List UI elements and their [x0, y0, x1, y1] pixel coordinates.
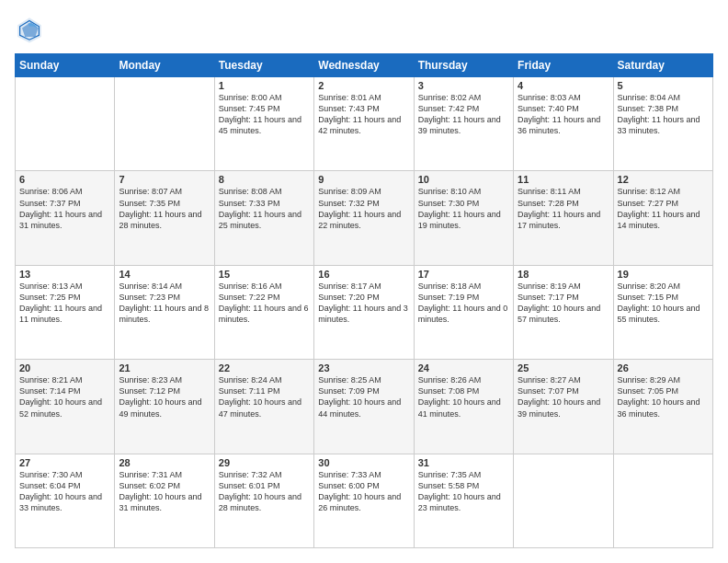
calendar-cell: 15Sunrise: 8:16 AM Sunset: 7:22 PM Dayli… — [214, 265, 313, 359]
header-row: SundayMondayTuesdayWednesdayThursdayFrid… — [16, 54, 713, 77]
day-info: Sunrise: 7:33 AM Sunset: 6:00 PM Dayligh… — [318, 469, 409, 514]
day-info: Sunrise: 8:17 AM Sunset: 7:20 PM Dayligh… — [318, 281, 409, 326]
day-info: Sunrise: 8:03 AM Sunset: 7:40 PM Dayligh… — [518, 92, 609, 137]
logo-icon — [15, 15, 44, 44]
day-number: 21 — [119, 362, 210, 373]
header-cell-saturday: Saturday — [613, 54, 712, 77]
day-number: 4 — [518, 80, 609, 91]
week-row-5: 27Sunrise: 7:30 AM Sunset: 6:04 PM Dayli… — [16, 454, 713, 547]
logo — [15, 15, 48, 44]
calendar-cell: 27Sunrise: 7:30 AM Sunset: 6:04 PM Dayli… — [16, 454, 115, 547]
day-info: Sunrise: 8:00 AM Sunset: 7:45 PM Dayligh… — [219, 92, 310, 137]
day-number: 24 — [418, 362, 509, 373]
calendar-cell: 19Sunrise: 8:20 AM Sunset: 7:15 PM Dayli… — [613, 265, 712, 359]
day-number: 29 — [219, 457, 310, 468]
day-info: Sunrise: 8:12 AM Sunset: 7:27 PM Dayligh… — [618, 186, 709, 231]
calendar-cell: 1Sunrise: 8:00 AM Sunset: 7:45 PM Daylig… — [214, 77, 313, 171]
header-cell-thursday: Thursday — [414, 54, 513, 77]
day-number: 20 — [19, 362, 110, 373]
calendar-cell: 6Sunrise: 8:06 AM Sunset: 7:37 PM Daylig… — [16, 171, 115, 265]
day-number: 30 — [318, 457, 409, 468]
day-info: Sunrise: 8:01 AM Sunset: 7:43 PM Dayligh… — [318, 92, 409, 137]
calendar-cell: 29Sunrise: 7:32 AM Sunset: 6:01 PM Dayli… — [214, 454, 313, 547]
calendar-cell: 26Sunrise: 8:29 AM Sunset: 7:05 PM Dayli… — [613, 360, 712, 454]
day-number: 1 — [219, 80, 310, 91]
day-info: Sunrise: 8:23 AM Sunset: 7:12 PM Dayligh… — [119, 374, 210, 419]
day-number: 2 — [318, 80, 409, 91]
day-number: 28 — [119, 457, 210, 468]
day-info: Sunrise: 8:10 AM Sunset: 7:30 PM Dayligh… — [418, 186, 509, 231]
day-number: 18 — [518, 269, 609, 280]
day-info: Sunrise: 8:13 AM Sunset: 7:25 PM Dayligh… — [19, 281, 110, 326]
day-info: Sunrise: 7:31 AM Sunset: 6:02 PM Dayligh… — [119, 469, 210, 514]
day-info: Sunrise: 8:11 AM Sunset: 7:28 PM Dayligh… — [518, 186, 609, 231]
calendar-cell: 22Sunrise: 8:24 AM Sunset: 7:11 PM Dayli… — [214, 360, 313, 454]
day-info: Sunrise: 8:26 AM Sunset: 7:08 PM Dayligh… — [418, 374, 509, 419]
calendar-cell: 4Sunrise: 8:03 AM Sunset: 7:40 PM Daylig… — [514, 77, 613, 171]
calendar-cell: 30Sunrise: 7:33 AM Sunset: 6:00 PM Dayli… — [314, 454, 414, 547]
day-number: 16 — [318, 269, 409, 280]
day-number: 9 — [318, 174, 409, 185]
calendar-cell: 21Sunrise: 8:23 AM Sunset: 7:12 PM Dayli… — [115, 360, 214, 454]
calendar-cell: 5Sunrise: 8:04 AM Sunset: 7:38 PM Daylig… — [613, 77, 712, 171]
week-row-2: 6Sunrise: 8:06 AM Sunset: 7:37 PM Daylig… — [16, 171, 713, 265]
day-number: 19 — [618, 269, 709, 280]
calendar-cell — [514, 454, 613, 547]
day-info: Sunrise: 8:19 AM Sunset: 7:17 PM Dayligh… — [518, 281, 609, 326]
day-info: Sunrise: 8:16 AM Sunset: 7:22 PM Dayligh… — [219, 281, 310, 326]
day-number: 23 — [318, 362, 409, 373]
day-info: Sunrise: 8:14 AM Sunset: 7:23 PM Dayligh… — [119, 281, 210, 326]
day-number: 31 — [418, 457, 509, 468]
week-row-1: 1Sunrise: 8:00 AM Sunset: 7:45 PM Daylig… — [16, 77, 713, 171]
day-info: Sunrise: 8:04 AM Sunset: 7:38 PM Dayligh… — [618, 92, 709, 137]
day-info: Sunrise: 8:21 AM Sunset: 7:14 PM Dayligh… — [19, 374, 110, 419]
calendar-cell — [16, 77, 115, 171]
calendar-cell: 8Sunrise: 8:08 AM Sunset: 7:33 PM Daylig… — [214, 171, 313, 265]
calendar-cell: 12Sunrise: 8:12 AM Sunset: 7:27 PM Dayli… — [613, 171, 712, 265]
day-info: Sunrise: 8:09 AM Sunset: 7:32 PM Dayligh… — [318, 186, 409, 231]
calendar-cell: 20Sunrise: 8:21 AM Sunset: 7:14 PM Dayli… — [16, 360, 115, 454]
header-cell-wednesday: Wednesday — [314, 54, 414, 77]
calendar-cell — [115, 77, 214, 171]
calendar-cell — [613, 454, 712, 547]
day-number: 7 — [119, 174, 210, 185]
calendar-cell: 9Sunrise: 8:09 AM Sunset: 7:32 PM Daylig… — [314, 171, 414, 265]
day-number: 14 — [119, 269, 210, 280]
day-info: Sunrise: 8:29 AM Sunset: 7:05 PM Dayligh… — [618, 374, 709, 419]
day-number: 17 — [418, 269, 509, 280]
calendar-cell: 13Sunrise: 8:13 AM Sunset: 7:25 PM Dayli… — [16, 265, 115, 359]
calendar-cell: 10Sunrise: 8:10 AM Sunset: 7:30 PM Dayli… — [414, 171, 513, 265]
day-number: 11 — [518, 174, 609, 185]
day-number: 15 — [219, 269, 310, 280]
calendar-cell: 2Sunrise: 8:01 AM Sunset: 7:43 PM Daylig… — [314, 77, 414, 171]
header — [15, 15, 713, 44]
day-info: Sunrise: 8:07 AM Sunset: 7:35 PM Dayligh… — [119, 186, 210, 231]
day-number: 25 — [518, 362, 609, 373]
day-info: Sunrise: 7:35 AM Sunset: 5:58 PM Dayligh… — [418, 469, 509, 514]
calendar-cell: 25Sunrise: 8:27 AM Sunset: 7:07 PM Dayli… — [514, 360, 613, 454]
calendar-cell: 31Sunrise: 7:35 AM Sunset: 5:58 PM Dayli… — [414, 454, 513, 547]
day-number: 5 — [618, 80, 709, 91]
day-number: 26 — [618, 362, 709, 373]
day-number: 10 — [418, 174, 509, 185]
day-number: 12 — [618, 174, 709, 185]
day-info: Sunrise: 8:02 AM Sunset: 7:42 PM Dayligh… — [418, 92, 509, 137]
header-cell-sunday: Sunday — [16, 54, 115, 77]
day-info: Sunrise: 8:20 AM Sunset: 7:15 PM Dayligh… — [618, 281, 709, 326]
day-info: Sunrise: 8:27 AM Sunset: 7:07 PM Dayligh… — [518, 374, 609, 419]
header-cell-monday: Monday — [115, 54, 214, 77]
week-row-4: 20Sunrise: 8:21 AM Sunset: 7:14 PM Dayli… — [16, 360, 713, 454]
day-info: Sunrise: 7:30 AM Sunset: 6:04 PM Dayligh… — [19, 469, 110, 514]
day-number: 3 — [418, 80, 509, 91]
day-info: Sunrise: 8:25 AM Sunset: 7:09 PM Dayligh… — [318, 374, 409, 419]
calendar-cell: 18Sunrise: 8:19 AM Sunset: 7:17 PM Dayli… — [514, 265, 613, 359]
day-info: Sunrise: 7:32 AM Sunset: 6:01 PM Dayligh… — [219, 469, 310, 514]
calendar-table: SundayMondayTuesdayWednesdayThursdayFrid… — [15, 53, 713, 548]
calendar-cell: 7Sunrise: 8:07 AM Sunset: 7:35 PM Daylig… — [115, 171, 214, 265]
header-cell-tuesday: Tuesday — [214, 54, 313, 77]
calendar-cell: 23Sunrise: 8:25 AM Sunset: 7:09 PM Dayli… — [314, 360, 414, 454]
day-info: Sunrise: 8:06 AM Sunset: 7:37 PM Dayligh… — [19, 186, 110, 231]
day-info: Sunrise: 8:18 AM Sunset: 7:19 PM Dayligh… — [418, 281, 509, 326]
calendar-cell: 11Sunrise: 8:11 AM Sunset: 7:28 PM Dayli… — [514, 171, 613, 265]
day-number: 8 — [219, 174, 310, 185]
